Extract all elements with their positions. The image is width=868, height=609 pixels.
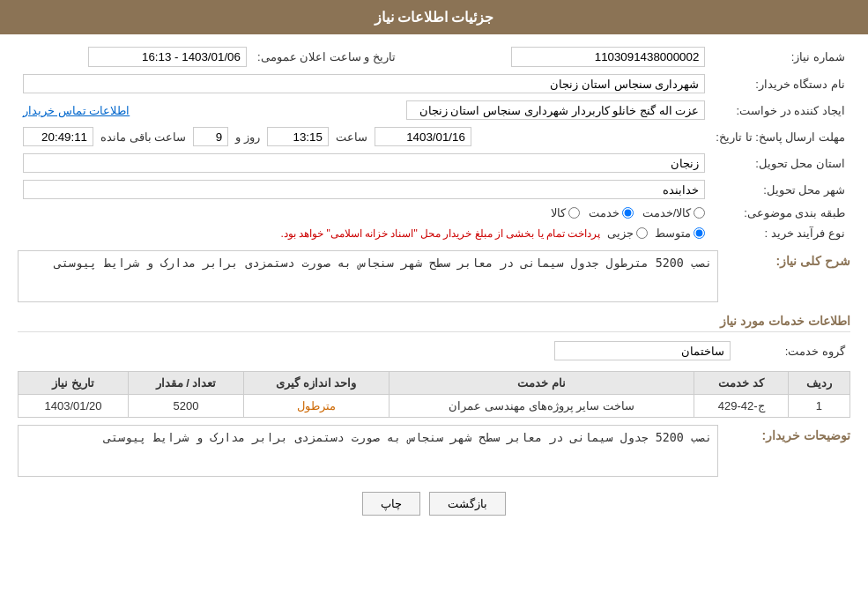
- buyer-org-input[interactable]: [23, 74, 705, 93]
- cell-code: ج-42-429: [694, 395, 788, 418]
- category-option-service[interactable]: خدمت: [589, 206, 634, 219]
- table-row: 1 ج-42-429 ساخت سایر پروژه‌های مهندسی عم…: [19, 395, 850, 418]
- buyer-org-label: نام دستگاه خریدار:: [710, 71, 850, 97]
- deadline-days-input[interactable]: [193, 127, 228, 146]
- category-option-goods[interactable]: کالا: [551, 206, 580, 219]
- deadline-remaining-label: ساعت باقی مانده: [100, 130, 186, 144]
- need-number-input[interactable]: [511, 47, 705, 67]
- city-label: شهر محل تحویل:: [710, 176, 850, 203]
- cell-row: 1: [788, 395, 849, 418]
- province-label: استان محل تحویل:: [710, 150, 850, 176]
- cell-qty: 5200: [129, 395, 244, 418]
- service-group-input[interactable]: [554, 341, 731, 360]
- service-group-label: گروه خدمت:: [736, 338, 850, 364]
- description-textarea[interactable]: نصب 5200 مترطول جدول سیمانی در معابر سطح…: [18, 250, 718, 302]
- category-option-goods-service[interactable]: کالا/خدمت: [642, 206, 706, 219]
- print-button[interactable]: چاپ: [362, 492, 420, 516]
- deadline-remaining-input[interactable]: [23, 127, 93, 146]
- cell-name: ساخت سایر پروژه‌های مهندسی عمران: [389, 395, 694, 418]
- action-buttons: بازگشت چاپ: [18, 492, 850, 516]
- category-radio-service[interactable]: [622, 207, 634, 219]
- col-code: کد خدمت: [694, 372, 788, 395]
- process-option-medium[interactable]: متوسط: [655, 227, 705, 240]
- page-header: جزئیات اطلاعات نیاز: [0, 0, 868, 34]
- deadline-time-input[interactable]: [267, 127, 329, 146]
- col-row: ردیف: [788, 372, 849, 395]
- cell-unit: مترطول: [243, 395, 389, 418]
- back-button[interactable]: بازگشت: [429, 492, 506, 516]
- category-radio-goods-service[interactable]: [694, 207, 705, 219]
- deadline-days-label: روز و: [235, 130, 260, 144]
- buyer-note-label: توضیحات خریدار:: [761, 428, 850, 442]
- need-number-label: شماره نیاز:: [710, 43, 850, 71]
- col-unit: واحد اندازه گیری: [243, 372, 389, 395]
- services-table: ردیف کد خدمت نام خدمت واحد اندازه گیری ت…: [18, 371, 850, 418]
- deadline-date-input[interactable]: [375, 127, 471, 146]
- category-label: طبقه بندی موضوعی:: [710, 203, 850, 223]
- category-radio-goods[interactable]: [568, 207, 580, 219]
- process-type-label: نوع فرآیند خرید :: [710, 223, 850, 243]
- process-radio-medium[interactable]: [694, 227, 705, 239]
- creator-input[interactable]: [406, 100, 705, 120]
- province-input[interactable]: [23, 153, 705, 173]
- process-note: پرداخت تمام یا بخشی از مبلغ خریدار محل "…: [280, 227, 600, 240]
- col-date: تاریخ نیاز: [19, 372, 129, 395]
- deadline-time-label: ساعت: [336, 130, 367, 144]
- buyer-note-textarea[interactable]: نصب 5200 جدول سیمانی در معابر سطح شهر سن…: [18, 425, 718, 477]
- announce-date-label: تاریخ و ساعت اعلان عمومی:: [252, 43, 401, 71]
- cell-date: 1403/01/20: [19, 395, 129, 418]
- contact-link[interactable]: اطلاعات تماس خریدار: [23, 104, 130, 117]
- col-name: نام خدمت: [389, 372, 694, 395]
- description-label: شرح کلی نیاز:: [776, 254, 850, 268]
- process-option-minor[interactable]: جزیی: [607, 227, 648, 240]
- col-qty: تعداد / مقدار: [129, 372, 244, 395]
- creator-label: ایجاد کننده در خواست:: [710, 97, 850, 123]
- services-section-title: اطلاعات خدمات مورد نیاز: [18, 314, 850, 332]
- page-title: جزئیات اطلاعات نیاز: [375, 10, 494, 25]
- city-input[interactable]: [23, 180, 705, 199]
- process-radio-minor[interactable]: [636, 227, 648, 239]
- deadline-label: مهلت ارسال پاسخ: تا تاریخ:: [710, 123, 850, 150]
- announce-date-input[interactable]: [88, 47, 247, 67]
